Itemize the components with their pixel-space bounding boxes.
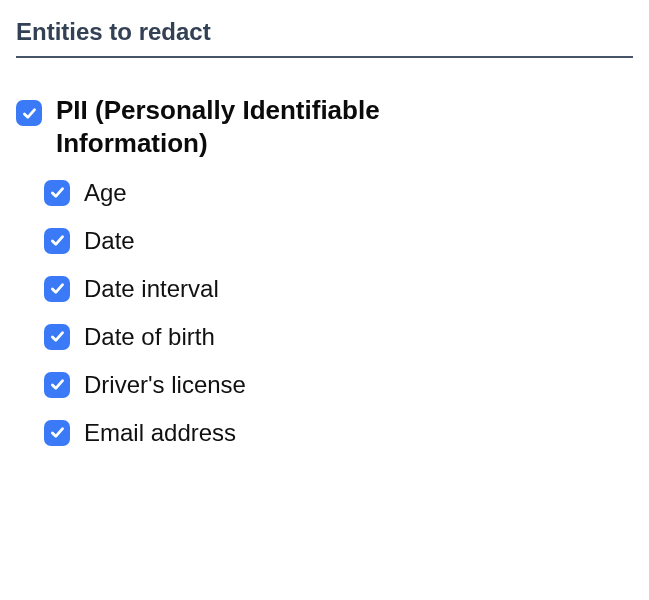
group-label: PII (Personally Identifiable Information…: [56, 94, 496, 161]
checkmark-icon: [49, 280, 66, 297]
list-item: Driver's license: [16, 371, 633, 399]
checkbox-date[interactable]: [44, 228, 70, 254]
list-item: Age: [16, 179, 633, 207]
list-item: Email address: [16, 419, 633, 447]
checkmark-icon: [21, 105, 38, 122]
checkmark-icon: [49, 328, 66, 345]
group-header-row: PII (Personally Identifiable Information…: [16, 94, 633, 161]
checkmark-icon: [49, 376, 66, 393]
checkbox-pii[interactable]: [16, 100, 42, 126]
entity-group: PII (Personally Identifiable Information…: [16, 94, 633, 467]
checkbox-drivers-license[interactable]: [44, 372, 70, 398]
item-label: Date interval: [84, 275, 219, 303]
section-title: Entities to redact: [16, 18, 633, 58]
item-label: Age: [84, 179, 127, 207]
list-item: Date: [16, 227, 633, 255]
item-label: Driver's license: [84, 371, 246, 399]
checkmark-icon: [49, 424, 66, 441]
checkbox-date-of-birth[interactable]: [44, 324, 70, 350]
item-label: Email address: [84, 419, 236, 447]
checkmark-icon: [49, 184, 66, 201]
checkmark-icon: [49, 232, 66, 249]
checkbox-date-interval[interactable]: [44, 276, 70, 302]
checkbox-email-address[interactable]: [44, 420, 70, 446]
list-item: Date of birth: [16, 323, 633, 351]
checkbox-age[interactable]: [44, 180, 70, 206]
list-item: Date interval: [16, 275, 633, 303]
item-label: Date: [84, 227, 135, 255]
item-label: Date of birth: [84, 323, 215, 351]
